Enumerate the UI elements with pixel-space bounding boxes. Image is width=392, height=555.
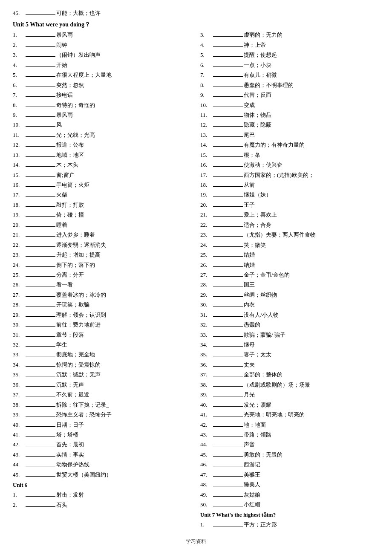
item-text: （闹钟）发出响声 xyxy=(56,50,192,59)
list-item: 6. 突然；忽然 xyxy=(13,81,192,90)
item-blank xyxy=(26,176,55,177)
item-text: 内衣 xyxy=(244,300,379,309)
item-blank xyxy=(26,466,55,466)
item-text: 平方；正方形 xyxy=(244,520,379,529)
list-item: 10. 变成 xyxy=(200,101,379,110)
item-blank xyxy=(26,246,55,247)
item-blank xyxy=(26,346,55,347)
item-num: 33. xyxy=(13,350,25,359)
item-blank xyxy=(213,376,243,376)
item-text: 隐藏；隐蔽 xyxy=(244,120,379,129)
item-text: 首先；最初 xyxy=(56,440,192,449)
item-num: 21. xyxy=(200,210,212,219)
item-blank xyxy=(26,46,55,47)
item-num: 24. xyxy=(13,260,25,269)
item-text: 敲打；打败 xyxy=(56,200,192,209)
item-blank xyxy=(26,366,55,367)
item-text: 国王 xyxy=(244,280,379,289)
item-blank xyxy=(26,206,55,207)
item-blank xyxy=(213,176,243,177)
item-num: 34. xyxy=(200,340,212,349)
item-text: 勇敢的；无畏的 xyxy=(244,450,379,459)
item-num: 41. xyxy=(13,430,25,439)
list-item: 48. 睡美人 xyxy=(200,480,379,489)
item-text: 倒下的；落下的 xyxy=(56,260,192,269)
item-blank xyxy=(213,216,243,217)
list-item: 3. 虚弱的；无力的 xyxy=(200,30,379,39)
item-text: 世贸大楼（美国纽约） xyxy=(56,470,192,479)
list-item: 38. （戏剧或歌剧的）场；场景 xyxy=(200,380,379,389)
item-text: 全部的；整体的 xyxy=(244,370,379,379)
item-text: 进入梦乡；睡着 xyxy=(56,230,192,239)
item-blank xyxy=(213,166,243,167)
item-text: 王子 xyxy=(244,200,379,209)
item-num: 14. xyxy=(13,160,25,169)
item-blank xyxy=(26,456,55,457)
list-item: 46. 西游记 xyxy=(200,460,379,469)
item-text: 有点儿；稍微 xyxy=(244,70,379,79)
item-blank xyxy=(26,107,55,107)
list-item: 43. 实情；事实 xyxy=(13,450,192,459)
item-blank xyxy=(213,116,243,117)
item-blank xyxy=(213,96,243,97)
item-num: 40. xyxy=(200,400,212,409)
list-item: 32. 学生 xyxy=(13,340,192,349)
list-item: 26. 看一看 xyxy=(13,280,192,289)
item-blank xyxy=(26,386,55,387)
item-num: 28. xyxy=(13,300,25,309)
item-text: 西游记 xyxy=(244,460,379,469)
item-blank xyxy=(213,386,243,387)
item-blank xyxy=(213,346,243,347)
list-item: 23. （尤指）夫妻；两人两件食物 xyxy=(200,230,379,239)
item-blank xyxy=(213,366,243,367)
item-text: 实情；事实 xyxy=(56,450,192,459)
list-item: 45. 勇敢的；无畏的 xyxy=(200,450,379,459)
item-num: 26. xyxy=(13,280,25,289)
list-item: 12. 报道；公布 xyxy=(13,140,192,149)
list-item: 16. 手电筒；火炬 xyxy=(13,180,192,189)
list-item: 21. 爱上；喜欢上 xyxy=(200,210,379,219)
item-blank xyxy=(213,56,243,57)
list-item: 27. 金子；金币/金色的 xyxy=(200,270,379,279)
item-blank xyxy=(213,136,243,137)
item-num: 42. xyxy=(200,420,212,429)
list-item: 2. 闹钟 xyxy=(13,40,192,49)
list-item: 31. 没有人/小人物 xyxy=(200,310,379,319)
list-item: 25. 分离；分开 xyxy=(13,270,192,279)
item-text: 结婚 xyxy=(244,260,379,269)
item-blank xyxy=(213,336,243,337)
item-blank xyxy=(26,446,55,446)
item-blank xyxy=(26,126,55,127)
item-blank xyxy=(213,246,243,247)
list-item: 1. 暴风雨 xyxy=(13,30,192,39)
item-text: 拆除；往下拽；记录_ xyxy=(56,400,192,409)
list-item: 11. 光；光线；光亮 xyxy=(13,130,192,139)
item-blank xyxy=(213,296,243,297)
list-item: 31. 章节；段落 xyxy=(13,330,192,339)
list-item: 18. 从前 xyxy=(200,180,379,189)
item-blank xyxy=(213,46,243,47)
list-item: 30. 内衣 xyxy=(200,300,379,309)
item-blank xyxy=(26,296,55,297)
item-num: 32. xyxy=(200,320,212,329)
item-blank xyxy=(213,226,243,227)
item-blank xyxy=(213,476,243,477)
list-item: 34. 继母 xyxy=(200,340,379,349)
item-num: 17. xyxy=(13,190,25,199)
item-num: 33. xyxy=(200,330,212,339)
item-num: 23. xyxy=(13,250,25,259)
item-num: 7. xyxy=(13,90,25,99)
item-num: 17. xyxy=(200,171,212,179)
item-text: 光亮地；明亮地；明亮的 xyxy=(244,410,379,419)
item-text: 惊愕的；受震惊的 xyxy=(56,360,192,369)
list-item: 29. 理解；领会；认识到 xyxy=(13,310,192,319)
item-blank xyxy=(26,286,55,286)
item-blank xyxy=(26,226,55,227)
item-num: 39. xyxy=(13,410,25,419)
list-item: 9. 代替；反而 xyxy=(200,90,379,99)
item-num: 7. xyxy=(200,70,212,79)
list-item: 20. 王子 xyxy=(200,200,379,209)
item-text: 升起；增加；提高 xyxy=(56,250,192,259)
item-blank xyxy=(26,66,55,67)
list-item: 41. 光亮地；明亮地；明亮的 xyxy=(200,410,379,419)
